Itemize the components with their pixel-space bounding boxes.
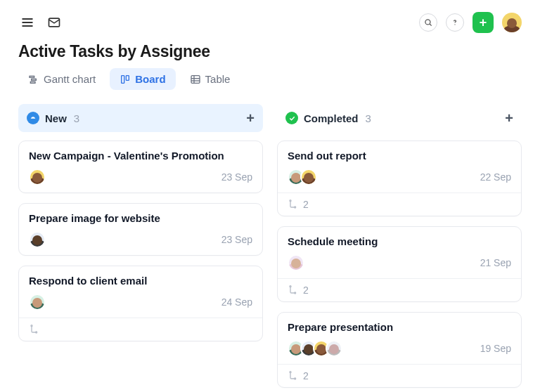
tab-gantt[interactable]: Gantt chart: [18, 68, 105, 90]
tab-gantt-label: Gantt chart: [44, 73, 96, 85]
svg-point-6: [454, 24, 455, 25]
card-assignees: [288, 254, 300, 271]
subtasks-icon: [29, 324, 40, 335]
svg-point-4: [425, 20, 430, 25]
svg-line-5: [430, 24, 432, 26]
column-new-name: New: [45, 112, 67, 124]
subtasks-count: 2: [303, 199, 309, 210]
svg-point-17: [36, 332, 37, 333]
status-new-icon: [27, 112, 39, 124]
svg-rect-9: [30, 81, 35, 83]
card-title: Prepare image for website: [29, 212, 252, 224]
card-assignees: [288, 169, 313, 185]
subtasks-icon: [288, 199, 299, 210]
column-header-new[interactable]: New 3 +: [18, 104, 263, 132]
subtasks-icon: [288, 370, 299, 381]
card-title: Prepare presentation: [288, 321, 511, 333]
column-completed-count: 3: [366, 112, 371, 124]
subtasks-count: 2: [303, 370, 309, 381]
card-footer: 2: [278, 192, 521, 216]
tab-table[interactable]: Table: [180, 68, 240, 90]
avatar: [29, 231, 46, 248]
svg-point-20: [290, 286, 291, 287]
card-assignees: [29, 231, 41, 248]
column-new: New 3 + New Campaign - Valentine's Promo…: [18, 104, 263, 392]
avatar: [29, 169, 46, 185]
column-completed: Completed 3 + Send out report 22 Sep: [277, 104, 522, 392]
avatar: [29, 294, 46, 311]
column-new-count: 3: [74, 112, 79, 124]
svg-rect-11: [127, 75, 129, 80]
card-date: 19 Sep: [480, 343, 511, 354]
card[interactable]: Prepare presentation 19 Sep 2: [277, 312, 522, 388]
status-completed-icon: [285, 112, 298, 124]
card[interactable]: Schedule meeting 21 Sep 2: [277, 226, 522, 302]
subtasks-count: 2: [303, 285, 309, 296]
card-footer: [19, 318, 262, 341]
svg-rect-12: [191, 75, 200, 83]
menu-icon[interactable]: [18, 13, 37, 32]
view-tabs: Gantt chart Board Table: [18, 68, 522, 90]
card-assignees: [29, 169, 41, 185]
svg-point-16: [31, 325, 32, 327]
avatar: [326, 340, 342, 357]
help-icon[interactable]: [446, 13, 464, 32]
avatar: [300, 169, 317, 185]
avatar: [288, 254, 304, 271]
card-footer: 2: [278, 364, 521, 387]
card[interactable]: Send out report 22 Sep 2: [277, 141, 522, 216]
column-completed-name: Completed: [304, 112, 359, 124]
page-title: Active Tasks by Assignee: [18, 42, 522, 61]
svg-rect-7: [30, 76, 34, 77]
tab-table-label: Table: [205, 73, 231, 85]
add-button[interactable]: +: [472, 12, 494, 33]
card-assignees: [288, 340, 338, 357]
current-user-avatar[interactable]: [502, 13, 522, 32]
card-assignees: [29, 294, 41, 311]
card-date: 24 Sep: [221, 296, 252, 308]
column-header-completed[interactable]: Completed 3 +: [277, 104, 522, 132]
svg-rect-10: [122, 75, 124, 83]
svg-rect-8: [32, 79, 37, 80]
tab-board[interactable]: Board: [110, 68, 175, 90]
card-date: 23 Sep: [221, 234, 252, 245]
card[interactable]: New Campaign - Valentine's Promotion 23 …: [18, 141, 263, 193]
column-new-add-button[interactable]: +: [246, 111, 255, 125]
card-footer: 2: [278, 278, 521, 301]
card-title: Send out report: [288, 150, 511, 162]
board: New 3 + New Campaign - Valentine's Promo…: [18, 104, 522, 392]
svg-point-18: [290, 200, 291, 202]
card-title: Respond to client email: [29, 275, 252, 287]
inbox-icon[interactable]: [45, 13, 63, 32]
search-icon[interactable]: [419, 13, 437, 32]
card-date: 21 Sep: [480, 257, 511, 268]
card-title: New Campaign - Valentine's Promotion: [29, 150, 252, 162]
card-title: Schedule meeting: [288, 235, 511, 247]
card-date: 23 Sep: [221, 171, 252, 183]
card[interactable]: Prepare image for website 23 Sep: [18, 203, 263, 256]
subtasks-icon: [288, 285, 299, 296]
tab-board-label: Board: [135, 73, 165, 85]
card-date: 22 Sep: [480, 171, 511, 183]
top-bar: +: [18, 13, 522, 32]
column-completed-add-button[interactable]: +: [505, 111, 513, 125]
card[interactable]: Respond to client email 24 Sep: [18, 266, 263, 341]
